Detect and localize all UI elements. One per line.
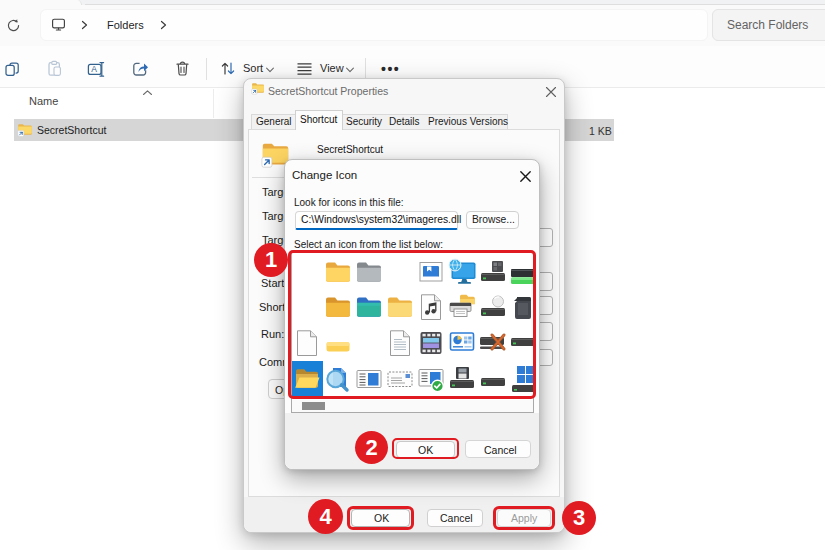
svg-text:A: A bbox=[91, 64, 97, 74]
